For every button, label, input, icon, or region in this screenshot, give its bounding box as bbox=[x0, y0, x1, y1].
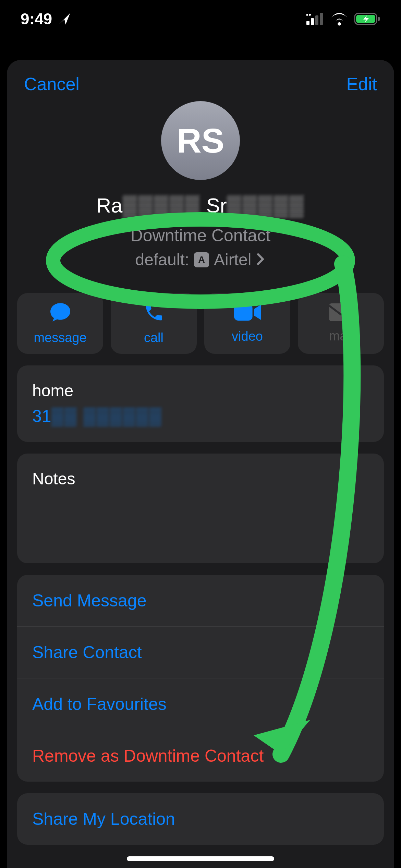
svg-rect-3 bbox=[320, 13, 323, 25]
name-block: Ra▒▒▒▒▒ Sr▒▒▒▒▒ Downtime Contact default… bbox=[7, 194, 394, 269]
name-part: Ra bbox=[96, 194, 123, 217]
video-button[interactable]: video bbox=[204, 293, 290, 354]
avatar-initials: RS bbox=[177, 121, 224, 160]
tile-label: video bbox=[232, 329, 263, 344]
remove-downtime-contact-button[interactable]: Remove as Downtime Contact bbox=[17, 730, 384, 782]
status-right bbox=[306, 12, 380, 26]
notes-label: Notes bbox=[32, 469, 369, 488]
svg-point-5 bbox=[309, 14, 311, 16]
call-button[interactable]: call bbox=[111, 293, 197, 354]
name-part: Sr bbox=[200, 194, 227, 217]
action-tiles: message call video mail bbox=[7, 293, 394, 354]
location-group: Share My Location bbox=[17, 793, 384, 845]
svg-rect-10 bbox=[329, 303, 353, 321]
phone-digits: 31 bbox=[32, 407, 51, 426]
sheet-nav: Cancel Edit bbox=[7, 74, 394, 94]
screen: 9:49 bbox=[0, 0, 401, 868]
share-my-location-button[interactable]: Share My Location bbox=[17, 793, 384, 845]
name-obscured: ▒▒▒▒▒ bbox=[122, 194, 200, 217]
tile-label: message bbox=[34, 330, 86, 345]
svg-rect-0 bbox=[306, 21, 309, 25]
video-icon bbox=[234, 303, 261, 323]
status-left: 9:49 bbox=[21, 10, 71, 28]
message-button[interactable]: message bbox=[17, 293, 103, 354]
share-contact-button[interactable]: Share Contact bbox=[17, 626, 384, 678]
home-indicator[interactable] bbox=[127, 856, 274, 861]
downtime-contact-label: Downtime Contact bbox=[7, 226, 394, 245]
chevron-right-icon bbox=[256, 250, 266, 269]
avatar-container: RS bbox=[7, 101, 394, 180]
phone-obscured: ▒▒ ▒▒▒▒▒▒ bbox=[51, 407, 162, 426]
phone-cell[interactable]: home 31▒▒ ▒▒▒▒▒▒ bbox=[17, 365, 384, 442]
location-icon bbox=[58, 12, 71, 26]
cellular-icon bbox=[306, 13, 324, 25]
mail-icon bbox=[329, 303, 353, 323]
edit-button[interactable]: Edit bbox=[346, 74, 377, 94]
phone-number: 31▒▒ ▒▒▒▒▒▒ bbox=[32, 406, 369, 426]
status-time: 9:49 bbox=[21, 10, 52, 28]
phone-group: home 31▒▒ ▒▒▒▒▒▒ bbox=[17, 365, 384, 442]
phone-icon bbox=[143, 302, 165, 324]
contact-name: Ra▒▒▒▒▒ Sr▒▒▒▒▒ bbox=[96, 194, 305, 217]
message-icon bbox=[48, 302, 72, 324]
avatar[interactable]: RS bbox=[161, 101, 240, 180]
default-sim-row[interactable]: default: A Airtel bbox=[135, 250, 266, 269]
svg-rect-1 bbox=[311, 18, 314, 25]
svg-rect-8 bbox=[378, 17, 380, 21]
battery-charging-icon bbox=[354, 12, 380, 25]
add-to-favourites-button[interactable]: Add to Favourites bbox=[17, 678, 384, 730]
phone-type-label: home bbox=[32, 381, 369, 400]
status-bar: 9:49 bbox=[0, 0, 401, 38]
tile-label: mail bbox=[329, 329, 353, 343]
sim-badge-icon: A bbox=[194, 252, 209, 267]
svg-point-4 bbox=[306, 14, 308, 16]
name-obscured: ▒▒▒▒▒ bbox=[227, 194, 305, 217]
default-label: default: bbox=[135, 250, 189, 269]
notes-group: Notes bbox=[17, 454, 384, 563]
actions-group: Send Message Share Contact Add to Favour… bbox=[17, 575, 384, 782]
tile-label: call bbox=[144, 330, 163, 345]
cancel-button[interactable]: Cancel bbox=[24, 74, 80, 94]
svg-rect-9 bbox=[234, 304, 253, 321]
notes-cell[interactable]: Notes bbox=[17, 454, 384, 563]
wifi-icon bbox=[330, 12, 348, 26]
contact-sheet: Cancel Edit RS Ra▒▒▒▒▒ Sr▒▒▒▒▒ Downtime … bbox=[7, 60, 394, 868]
svg-rect-2 bbox=[315, 15, 318, 25]
send-message-button[interactable]: Send Message bbox=[17, 575, 384, 626]
mail-button: mail bbox=[298, 293, 384, 354]
carrier-name: Airtel bbox=[214, 250, 251, 269]
